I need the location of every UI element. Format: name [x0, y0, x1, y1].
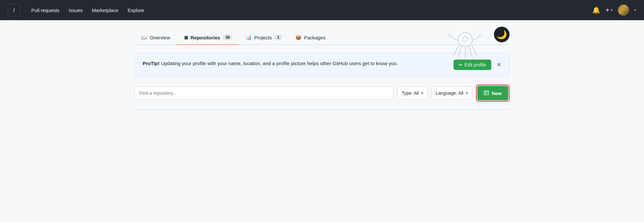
create-new-icon[interactable]: + ▾ [606, 7, 613, 14]
octocat-decoration-icon [439, 27, 491, 66]
svg-point-1 [463, 36, 468, 42]
svg-point-3 [480, 34, 482, 36]
projects-count-badge: 1 [274, 35, 282, 40]
avatar[interactable] [618, 5, 629, 16]
main-nav: Pull requests Issues Marketplace Explore [28, 6, 584, 15]
projects-tab-icon: 📊 [245, 35, 252, 40]
svg-point-2 [448, 34, 451, 36]
main-content: 🌙 📖 Overview 🖥 Repositories 39 📊 Project… [127, 20, 517, 110]
protip-text: ProTip! Updating your profile with your … [143, 60, 446, 67]
nav-pull-requests[interactable]: Pull requests [28, 6, 63, 15]
tab-overview[interactable]: 📖 Overview [134, 31, 177, 45]
svg-point-0 [458, 33, 472, 47]
logo-button[interactable]: / [8, 4, 20, 16]
moon-badge: 🌙 [494, 27, 510, 42]
repo-count-badge: 39 [223, 35, 232, 40]
decoration-area: 🌙 [439, 27, 510, 66]
nav-explore[interactable]: Explore [124, 6, 147, 15]
tab-packages[interactable]: 📦 Packages [289, 31, 332, 45]
new-repo-icon [484, 90, 489, 96]
new-repo-button-wrapper: New [476, 85, 510, 102]
language-dropdown-arrow-icon: ▾ [466, 91, 468, 95]
new-repo-button[interactable]: New [477, 86, 508, 100]
language-filter[interactable]: Language: All ▾ [431, 87, 472, 100]
search-input[interactable] [134, 87, 393, 100]
book-icon: 📖 [141, 35, 147, 40]
type-dropdown-arrow-icon: ▾ [421, 91, 423, 95]
type-filter[interactable]: Type: All ▾ [397, 87, 427, 100]
search-row: Type: All ▾ Language: All ▾ [134, 85, 510, 102]
bottom-divider [134, 109, 510, 110]
tab-projects[interactable]: 📊 Projects 1 [239, 31, 289, 45]
notifications-icon[interactable]: 🔔 [592, 6, 600, 14]
nav-issues[interactable]: Issues [65, 6, 86, 15]
header-right: 🔔 + ▾ ▾ [592, 5, 636, 16]
tab-repositories[interactable]: 🖥 Repositories 39 [177, 31, 239, 45]
top-nav: / Pull requests Issues Marketplace Explo… [0, 0, 644, 20]
repo-tab-icon: 🖥 [183, 35, 188, 40]
packages-tab-icon: 📦 [295, 35, 301, 40]
nav-marketplace[interactable]: Marketplace [89, 6, 122, 15]
